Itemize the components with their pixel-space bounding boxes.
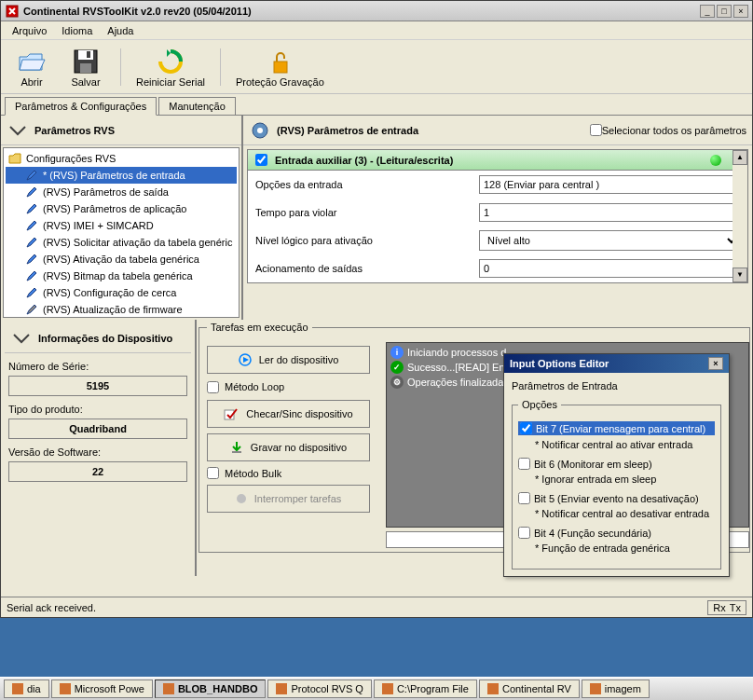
- restart-serial-button[interactable]: Reiniciar Serial: [132, 43, 209, 91]
- option-checkbox[interactable]: [520, 422, 532, 434]
- param-group-checkbox[interactable]: [255, 154, 267, 166]
- download-icon: [230, 441, 243, 454]
- bulk-checkbox[interactable]: [207, 467, 219, 479]
- check-sync-button[interactable]: Checar/Sinc dispositivo: [207, 400, 370, 428]
- menu-ajuda[interactable]: Ajuda: [100, 23, 141, 38]
- chevron-down-icon[interactable]: [10, 330, 33, 347]
- tree-item-label: (RVS) Parâmetros de aplicação: [43, 203, 186, 214]
- param-row: Acionamento de saídas: [248, 254, 747, 282]
- tab-manutencao[interactable]: Manutenção: [158, 97, 236, 115]
- menu-arquivo[interactable]: Arquivo: [5, 23, 54, 38]
- software-version-value: 22: [8, 461, 187, 482]
- close-button[interactable]: ×: [733, 5, 748, 18]
- option-row[interactable]: Bit 7 (Enviar mensagem para central): [518, 421, 715, 435]
- param-input[interactable]: [479, 259, 740, 278]
- taskbar-item-label: C:\Program File: [397, 683, 469, 694]
- select-all-check[interactable]: Selecionar todos os parâmetros: [590, 124, 746, 136]
- play-icon: [239, 353, 252, 366]
- desktop-background: [0, 618, 753, 677]
- option-label: Bit 4 (Função secundária): [534, 528, 651, 539]
- option-checkbox[interactable]: [518, 492, 530, 504]
- maximize-button[interactable]: □: [717, 5, 732, 18]
- minimize-button[interactable]: _: [700, 5, 715, 18]
- param-input[interactable]: [479, 175, 740, 194]
- bulk-label: Método Bulk: [225, 468, 281, 479]
- tabs: Parâmetros & Configurações Manutenção: [1, 94, 752, 115]
- option-row[interactable]: Bit 4 (Função secundária): [518, 527, 715, 539]
- tree-item-label: (RVS) Ativação da tabela genérica: [43, 254, 199, 265]
- taskbar-item[interactable]: Continental RV: [479, 679, 580, 698]
- loop-checkbox[interactable]: [207, 381, 219, 393]
- param-scrollbar[interactable]: ▲ ▼: [732, 150, 747, 282]
- status-text: Serial ack received.: [7, 602, 707, 613]
- restart-label: Reiniciar Serial: [136, 76, 205, 88]
- config-tree[interactable]: Configurações RVS * (RVS) Parâmetros de …: [3, 147, 240, 318]
- option-description: * Função de entrada genérica: [535, 542, 715, 554]
- write-device-button[interactable]: Gravar no dispositivo: [207, 433, 370, 461]
- log-text: Sucesso...[READ] En: [407, 362, 505, 373]
- taskbar-item[interactable]: BLOB_HANDBO: [155, 679, 267, 698]
- option-row[interactable]: Bit 6 (Monitorar em sleep): [518, 458, 715, 470]
- taskbar-item[interactable]: Protocol RVS Q: [267, 679, 371, 698]
- scroll-up-button[interactable]: ▲: [732, 150, 747, 165]
- param-label: Nível lógico para ativação: [255, 235, 479, 246]
- param-select[interactable]: Nível alto: [479, 230, 740, 251]
- dialog-subtitle: Parâmetros de Entrada: [512, 380, 721, 391]
- param-input[interactable]: [479, 203, 740, 222]
- menu-idioma[interactable]: Idioma: [54, 23, 100, 38]
- option-checkbox[interactable]: [518, 527, 530, 539]
- tree-item[interactable]: (RVS) Atualização de firmware: [6, 301, 237, 318]
- tree-root[interactable]: Configurações RVS: [6, 150, 237, 167]
- right-panel: (RVS) Parâmetros de entrada Selecionar t…: [243, 116, 752, 320]
- product-type-value: Quadriband: [8, 419, 187, 439]
- taskbar-item[interactable]: dia: [4, 679, 49, 698]
- tree-item[interactable]: (RVS) Parâmetros de aplicação: [6, 200, 237, 217]
- read-device-button[interactable]: Ler do dispositivo: [207, 346, 370, 374]
- tree-item[interactable]: (RVS) Ativação da tabela genérica: [6, 251, 237, 268]
- option-description: * Notificar central ao ativar entrada: [535, 439, 715, 450]
- save-button[interactable]: Salvar: [62, 43, 109, 91]
- app-icon: [382, 683, 393, 694]
- pen-icon: [24, 252, 39, 267]
- taskbar-item[interactable]: Microsoft Powe: [51, 679, 153, 698]
- serial-value: 5195: [8, 376, 187, 396]
- param-label: Opções da entrada: [255, 179, 479, 190]
- tree-item-label: * (RVS) Parâmetros de entrada: [43, 170, 185, 181]
- tree-item[interactable]: (RVS) Solicitar ativação da tabela genér…: [6, 234, 237, 251]
- taskbar-item[interactable]: C:\Program File: [374, 679, 477, 698]
- taskbar-item-label: imagem: [605, 683, 641, 694]
- tree-item[interactable]: (RVS) Configuração de cerca: [6, 284, 237, 301]
- tasks-legend: Tarefas em execução: [207, 322, 312, 333]
- select-all-checkbox[interactable]: [590, 124, 602, 136]
- dialog-titlebar[interactable]: Input Options Editor ×: [504, 354, 729, 373]
- pen-icon: [24, 168, 39, 183]
- left-panel-title: Parâmetros RVS: [34, 125, 115, 136]
- taskbar-item[interactable]: imagem: [582, 679, 650, 698]
- option-checkbox[interactable]: [518, 458, 530, 470]
- save-label: Salvar: [71, 76, 100, 88]
- app-icon: [5, 4, 20, 19]
- option-row[interactable]: Bit 5 (Enviar evento na desativação): [518, 492, 715, 504]
- tree-item[interactable]: (RVS) IMEI + SIMCARD: [6, 217, 237, 234]
- tab-parametros[interactable]: Parâmetros & Configurações: [5, 97, 157, 116]
- tree-item-label: (RVS) Bitmap da tabela genérica: [43, 270, 193, 281]
- interrupt-button[interactable]: Interromper tarefas: [207, 485, 370, 513]
- device-info-panel: Informações do Dispositivo Número de Sér…: [1, 320, 197, 576]
- input-options-dialog: Input Options Editor × Parâmetros de Ent…: [503, 353, 730, 577]
- dialog-close-button[interactable]: ×: [708, 357, 723, 370]
- tree-item[interactable]: (RVS) Parâmetros de saída: [6, 184, 237, 200]
- svg-rect-3: [80, 63, 91, 73]
- svg-rect-13: [60, 683, 71, 694]
- taskbar-item-label: Protocol RVS Q: [291, 683, 363, 694]
- status-rxtx: Rx Tx: [707, 600, 746, 615]
- right-panel-title: (RVS) Parâmetros de entrada: [277, 125, 590, 136]
- write-protect-button[interactable]: Proteção Gravação: [232, 43, 328, 91]
- svg-point-7: [257, 128, 263, 133]
- tree-item[interactable]: * (RVS) Parâmetros de entrada: [6, 167, 237, 184]
- chevron-down-icon[interactable]: [7, 122, 29, 139]
- option-label: Bit 7 (Enviar mensagem para central): [536, 423, 705, 434]
- select-all-label: Selecionar todos os parâmetros: [602, 125, 746, 136]
- scroll-down-button[interactable]: ▼: [732, 268, 747, 282]
- tree-item[interactable]: (RVS) Bitmap da tabela genérica: [6, 268, 237, 284]
- open-button[interactable]: Abrir: [8, 43, 55, 91]
